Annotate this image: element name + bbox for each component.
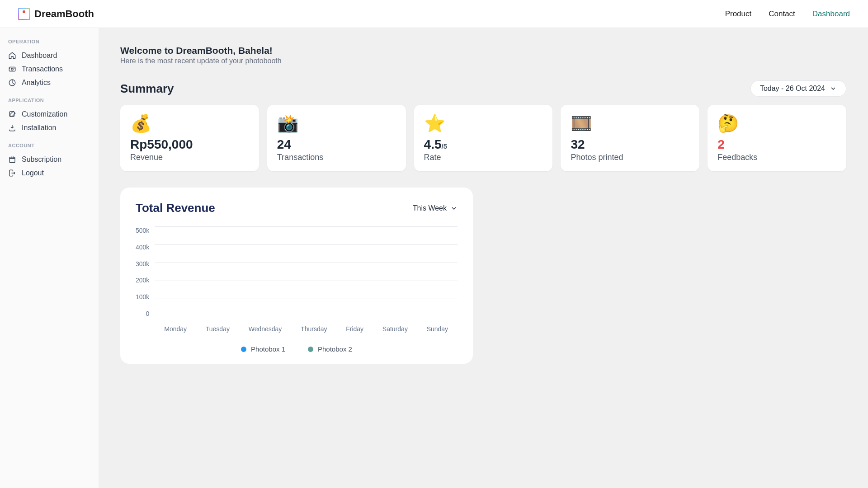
welcome-title: Welcome to DreamBooth, Bahela! bbox=[120, 45, 846, 56]
sidebar-item-label: Logout bbox=[22, 169, 44, 177]
card-value: 24 bbox=[277, 137, 396, 152]
sidebar-item-label: Dashboard bbox=[22, 52, 57, 60]
card-feedbacks: 🤔 2 Feedbacks bbox=[708, 105, 846, 171]
card-label: Revenue bbox=[130, 153, 249, 162]
x-tick: Tuesday bbox=[206, 325, 230, 333]
svg-rect-4 bbox=[9, 157, 15, 163]
chevron-down-icon bbox=[450, 205, 458, 212]
chart-plot bbox=[155, 227, 458, 317]
x-tick: Monday bbox=[164, 325, 187, 333]
y-tick: 300k bbox=[136, 260, 149, 267]
card-label: Feedbacks bbox=[717, 153, 836, 162]
brand-name: DreamBooth bbox=[34, 8, 94, 20]
legend-label: Photobox 2 bbox=[318, 345, 352, 353]
topbar: DreamBooth Product Contact Dashboard bbox=[0, 0, 868, 28]
nav-product[interactable]: Product bbox=[725, 9, 752, 19]
sidebar-item-dashboard[interactable]: Dashboard bbox=[0, 49, 99, 62]
sidebar: OPERATION Dashboard Transactions Analyti… bbox=[0, 28, 99, 381]
sidebar-item-label: Analytics bbox=[22, 79, 51, 87]
chart-y-axis: 500k400k300k200k100k0 bbox=[136, 227, 155, 317]
card-transactions: 📸 24 Transactions bbox=[267, 105, 406, 171]
chart-title: Total Revenue bbox=[136, 201, 215, 215]
x-tick: Sunday bbox=[427, 325, 448, 333]
sidebar-item-label: Customization bbox=[22, 110, 67, 118]
star-icon: ⭐ bbox=[424, 115, 543, 132]
legend-label: Photobox 1 bbox=[251, 345, 285, 353]
nav-dashboard[interactable]: Dashboard bbox=[812, 9, 850, 19]
sidebar-section-operation: OPERATION bbox=[0, 37, 99, 46]
card-label: Transactions bbox=[277, 153, 396, 162]
brand[interactable]: DreamBooth bbox=[18, 8, 94, 20]
analytics-icon bbox=[8, 79, 16, 87]
y-tick: 400k bbox=[136, 244, 149, 251]
nav-contact[interactable]: Contact bbox=[769, 9, 795, 19]
money-bag-icon: 💰 bbox=[130, 115, 249, 132]
y-tick: 0 bbox=[136, 310, 149, 317]
card-value: Rp550,000 bbox=[130, 137, 249, 152]
home-icon bbox=[8, 52, 16, 60]
chevron-down-icon bbox=[830, 85, 837, 92]
card-label: Rate bbox=[424, 153, 543, 162]
sidebar-item-label: Subscription bbox=[22, 155, 61, 164]
sidebar-item-subscription[interactable]: Subscription bbox=[0, 153, 99, 166]
x-tick: Saturday bbox=[382, 325, 408, 333]
subscription-icon bbox=[8, 155, 16, 164]
customization-icon bbox=[8, 110, 16, 118]
date-selector[interactable]: Today - 26 Oct 2024 bbox=[750, 80, 846, 97]
sidebar-item-installation[interactable]: Installation bbox=[0, 121, 99, 135]
main-content: Welcome to DreamBooth, Bahela! Here is t… bbox=[99, 28, 868, 381]
film-icon: 🎞️ bbox=[571, 115, 689, 132]
card-photos-printed: 🎞️ 32 Photos printed bbox=[561, 105, 699, 171]
sidebar-section-application: APPLICATION bbox=[0, 96, 99, 105]
x-tick: Wednesday bbox=[249, 325, 282, 333]
svg-rect-0 bbox=[9, 67, 15, 71]
card-label: Photos printed bbox=[571, 153, 689, 162]
sidebar-item-transactions[interactable]: Transactions bbox=[0, 62, 99, 76]
y-tick: 200k bbox=[136, 277, 149, 284]
sidebar-item-logout[interactable]: Logout bbox=[0, 166, 99, 180]
sidebar-item-label: Transactions bbox=[22, 65, 63, 73]
chart-period-label: This Week bbox=[413, 204, 447, 212]
welcome-subtitle: Here is the most recent update of your p… bbox=[120, 57, 846, 65]
summary-title: Summary bbox=[120, 82, 174, 96]
summary-cards: 💰 Rp550,000 Revenue 📸 24 Transactions ⭐ … bbox=[120, 105, 846, 171]
thinking-face-icon: 🤔 bbox=[717, 115, 836, 132]
sidebar-item-label: Installation bbox=[22, 124, 57, 132]
card-value: 32 bbox=[571, 137, 689, 152]
y-tick: 100k bbox=[136, 293, 149, 300]
x-tick: Friday bbox=[346, 325, 363, 333]
date-label: Today - 26 Oct 2024 bbox=[760, 84, 825, 93]
camera-icon: 📸 bbox=[277, 115, 396, 132]
legend-item-photobox-2: Photobox 2 bbox=[308, 345, 352, 353]
legend-item-photobox-1: Photobox 1 bbox=[241, 345, 285, 353]
sidebar-item-analytics[interactable]: Analytics bbox=[0, 76, 99, 89]
legend-dot-icon bbox=[308, 347, 313, 352]
y-tick: 500k bbox=[136, 227, 149, 234]
chart-total-revenue: Total Revenue This Week 500k400k300k200k… bbox=[120, 188, 473, 364]
top-nav: Product Contact Dashboard bbox=[725, 9, 850, 19]
card-value: 4.5/5 bbox=[424, 137, 543, 152]
chart-period-selector[interactable]: This Week bbox=[413, 204, 458, 212]
svg-point-1 bbox=[11, 68, 14, 70]
sidebar-section-account: ACCOUNT bbox=[0, 141, 99, 150]
chart-x-axis: MondayTuesdayWednesdayThursdayFridaySatu… bbox=[155, 325, 458, 333]
card-revenue: 💰 Rp550,000 Revenue bbox=[120, 105, 259, 171]
brand-logo-icon bbox=[18, 8, 30, 20]
card-value: 2 bbox=[717, 137, 836, 152]
chart-legend: Photobox 1 Photobox 2 bbox=[136, 345, 458, 353]
transactions-icon bbox=[8, 65, 16, 73]
sidebar-item-customization[interactable]: Customization bbox=[0, 108, 99, 121]
card-rate: ⭐ 4.5/5 Rate bbox=[414, 105, 553, 171]
logout-icon bbox=[8, 169, 16, 177]
x-tick: Thursday bbox=[301, 325, 327, 333]
legend-dot-icon bbox=[241, 347, 246, 352]
installation-icon bbox=[8, 124, 16, 132]
